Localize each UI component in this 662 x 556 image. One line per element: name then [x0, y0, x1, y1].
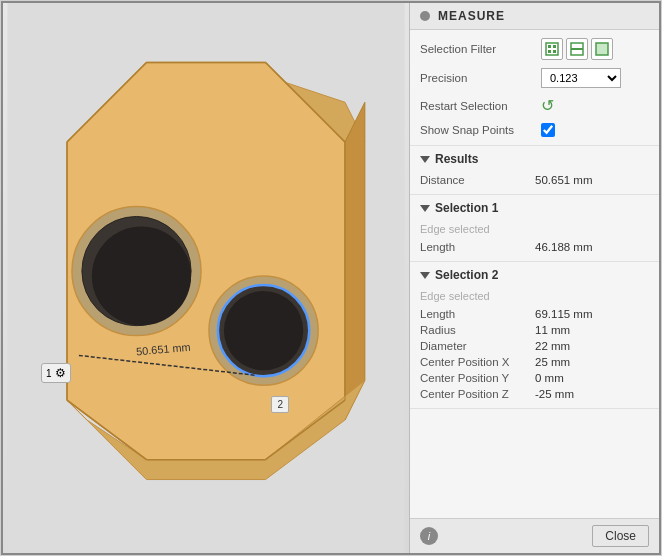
selection2-diameter-label: Diameter [420, 340, 535, 352]
selection2-radius-value: 11 mm [535, 324, 570, 336]
filter-icon-2[interactable] [566, 38, 588, 60]
selection-filter-label: Selection Filter [420, 43, 535, 55]
close-button[interactable]: Close [592, 525, 649, 547]
selection1-triangle-icon [420, 205, 430, 212]
marker-2-label: 2 [277, 399, 283, 410]
selection-filter-row: Selection Filter [420, 34, 649, 64]
selection1-edge-text: Edge selected [420, 221, 649, 239]
info-icon[interactable]: i [420, 527, 438, 545]
3d-viewport-svg: 50.651 mm [3, 3, 409, 553]
selection2-length-label: Length [420, 308, 535, 320]
selection2-cy-row: Center Position Y 0 mm [420, 370, 649, 386]
selection2-label: Selection 2 [435, 268, 498, 282]
selection2-section-header[interactable]: Selection 2 [410, 262, 659, 286]
edge-filter-icon [570, 42, 584, 56]
filter-icon-1[interactable] [541, 38, 563, 60]
results-label: Results [435, 152, 478, 166]
svg-point-11 [224, 291, 303, 370]
snap-checkbox[interactable] [541, 123, 555, 137]
marker-1[interactable]: 1 ⚙ [41, 363, 71, 383]
selection2-cz-value: -25 mm [535, 388, 574, 400]
precision-label: Precision [420, 72, 535, 84]
marker-2[interactable]: 2 [271, 396, 289, 413]
restart-row: Restart Selection ↺ [420, 92, 649, 119]
svg-rect-26 [553, 50, 556, 53]
filter-icons [541, 38, 613, 60]
selection2-length-value: 69.115 mm [535, 308, 593, 320]
precision-row: Precision 0.123 [420, 64, 649, 92]
svg-point-7 [92, 226, 191, 325]
selection2-diameter-value: 22 mm [535, 340, 570, 352]
selection2-radius-row: Radius 11 mm [420, 322, 649, 338]
bottom-bar: i Close [410, 518, 659, 553]
selection1-section-header[interactable]: Selection 1 [410, 195, 659, 219]
svg-rect-23 [548, 45, 551, 48]
selection1-body: Edge selected Length 46.188 mm [410, 219, 659, 262]
selection1-length-label: Length [420, 241, 535, 253]
selection-filter-section: Selection Filter [410, 30, 659, 146]
selection1-length-row: Length 46.188 mm [420, 239, 649, 255]
vertex-filter-icon [545, 42, 559, 56]
selection1-length-value: 46.188 mm [535, 241, 593, 253]
right-panel: MEASURE Selection Filter [409, 3, 659, 553]
results-body: Distance 50.651 mm [410, 170, 659, 195]
distance-value: 50.651 mm [535, 174, 593, 186]
svg-rect-29 [596, 43, 608, 55]
distance-label: Distance [420, 174, 535, 186]
selection2-diameter-row: Diameter 22 mm [420, 338, 649, 354]
face-filter-icon [595, 42, 609, 56]
selection2-cy-value: 0 mm [535, 372, 564, 384]
selection2-radius-label: Radius [420, 324, 535, 336]
selection2-edge-text: Edge selected [420, 288, 649, 306]
restart-icon[interactable]: ↺ [541, 96, 554, 115]
precision-select[interactable]: 0.123 [541, 68, 621, 88]
header-dot [420, 11, 430, 21]
selection2-cx-row: Center Position X 25 mm [420, 354, 649, 370]
marker-1-label: 1 [46, 368, 52, 379]
distance-row: Distance 50.651 mm [420, 172, 649, 188]
svg-rect-24 [553, 45, 556, 48]
selection2-triangle-icon [420, 272, 430, 279]
selection2-cx-value: 25 mm [535, 356, 570, 368]
restart-label: Restart Selection [420, 100, 535, 112]
results-triangle-icon [420, 156, 430, 163]
snap-row: Show Snap Points [420, 119, 649, 141]
selection2-length-row: Length 69.115 mm [420, 306, 649, 322]
svg-rect-22 [546, 43, 558, 55]
selection2-cx-label: Center Position X [420, 356, 535, 368]
svg-rect-25 [548, 50, 551, 53]
selection2-cy-label: Center Position Y [420, 372, 535, 384]
snap-label: Show Snap Points [420, 124, 535, 136]
filter-icon-3[interactable] [591, 38, 613, 60]
selection1-label: Selection 1 [435, 201, 498, 215]
selection2-body: Edge selected Length 69.115 mm Radius 11… [410, 286, 659, 409]
main-container: 50.651 mm 1 ⚙ 2 MEASURE Selection Filter [1, 1, 661, 555]
panel-header: MEASURE [410, 3, 659, 30]
svg-marker-3 [345, 102, 365, 420]
gear-icon[interactable]: ⚙ [55, 366, 66, 380]
selection2-cz-label: Center Position Z [420, 388, 535, 400]
panel-title: MEASURE [438, 9, 505, 23]
viewport[interactable]: 50.651 mm 1 ⚙ 2 [3, 3, 409, 553]
selection2-cz-row: Center Position Z -25 mm [420, 386, 649, 402]
results-section-header[interactable]: Results [410, 146, 659, 170]
